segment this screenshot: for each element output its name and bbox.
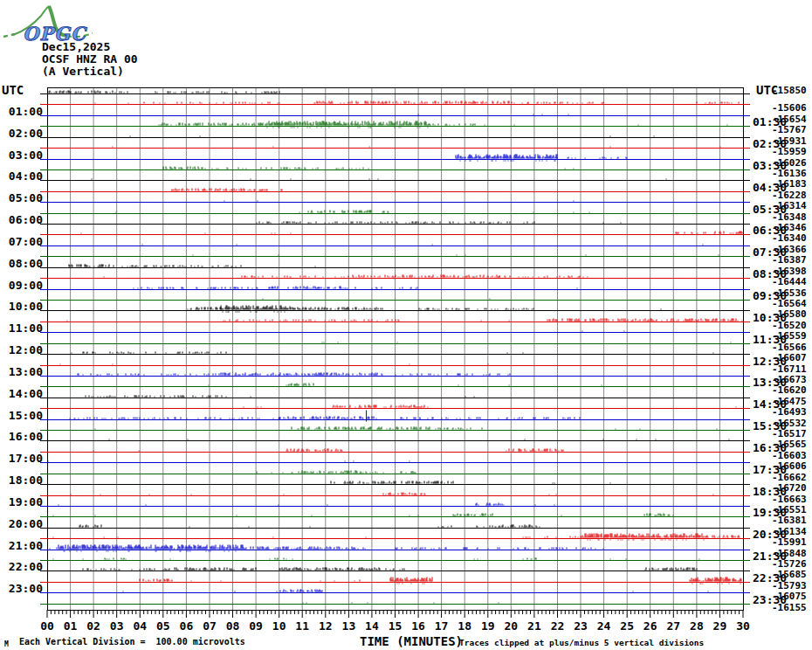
trace-mean-value: -15767	[772, 125, 807, 135]
trace-mean-value: -15606	[772, 103, 807, 114]
x-tick-label: 26	[639, 620, 662, 632]
x-tick-label: 16	[407, 620, 430, 632]
left-time-label: 04:00	[0, 170, 43, 182]
x-tick-label: 13	[337, 620, 360, 632]
left-time-label: 19:00	[0, 496, 43, 508]
left-time-label: 23:00	[0, 583, 43, 594]
left-time-label: 20:00	[0, 518, 43, 529]
x-tick-label: 03	[106, 620, 128, 632]
x-tick-label: 05	[152, 620, 175, 632]
x-tick-label: 08	[222, 620, 244, 632]
left-time-label: 17:00	[0, 453, 43, 464]
x-tick-label: 11	[291, 620, 313, 632]
footer-clip-note: Traces clipped at plus/minus 5 vertical …	[459, 638, 704, 647]
x-tick-label: 30	[732, 620, 754, 632]
x-tick-label: 17	[430, 620, 453, 632]
trace-mean-value: -16381	[772, 515, 807, 526]
left-time-label: 10:00	[0, 301, 43, 312]
trace-mean-value: -16620	[772, 385, 807, 396]
x-tick-label: 06	[175, 620, 197, 632]
left-time-label: 21:00	[0, 540, 43, 551]
x-tick-label: 15	[384, 620, 407, 632]
x-tick-label: 23	[569, 620, 592, 632]
left-time-label: 13:00	[0, 366, 43, 377]
left-time-label: 07:00	[0, 236, 43, 247]
footer-scale-note: Each Vertical Division = 100.00 microvol…	[19, 637, 245, 647]
helicorder-page: OPGC Dec15,2025 OCSF HNZ RA 00 (A Vertic…	[0, 0, 812, 650]
x-tick-label: 12	[314, 620, 337, 632]
x-tick-label: 21	[523, 620, 546, 632]
x-tick-label: 10	[268, 620, 291, 632]
left-time-label: 12:00	[0, 344, 43, 356]
left-time-label: 16:00	[0, 431, 43, 442]
trace-mean-value: -15991	[772, 537, 807, 548]
trace-mean-value: -16387	[772, 255, 807, 266]
trace-mean-value: -15850	[772, 86, 807, 96]
x-tick-label: 22	[547, 620, 569, 632]
left-time-label: 08:00	[0, 258, 43, 269]
left-time-label: 01:00	[0, 106, 43, 117]
helicorder-plot	[0, 0, 812, 650]
x-tick-label: 19	[477, 620, 499, 632]
left-time-label: 11:00	[0, 322, 43, 334]
trace-mean-value: -16155	[772, 603, 807, 613]
left-time-label: 15:00	[0, 410, 43, 421]
x-tick-label: 14	[361, 620, 383, 632]
left-time-label: 03:00	[0, 149, 43, 161]
x-tick-label: 20	[499, 620, 522, 632]
x-tick-label: 04	[128, 620, 151, 632]
left-time-label: 05:00	[0, 192, 43, 204]
x-tick-label: 25	[616, 620, 638, 632]
left-time-label: 22:00	[0, 561, 43, 572]
trace-mean-value: -16493	[772, 407, 807, 418]
x-tick-label: 18	[453, 620, 476, 632]
left-time-label: 14:00	[0, 388, 43, 399]
x-tick-label: 29	[708, 620, 731, 632]
left-time-label: 18:00	[0, 474, 43, 486]
x-tick-label: 24	[593, 620, 616, 632]
footer-corner-mark: M	[4, 640, 9, 648]
left-time-label: 06:00	[0, 214, 43, 225]
trace-mean-value: -15959	[772, 147, 807, 157]
x-axis-title: TIME (MINUTES)	[360, 634, 463, 648]
trace-mean-value: -16444	[772, 277, 807, 287]
x-tick-label: 28	[685, 620, 708, 632]
trace-mean-value: -16340	[772, 233, 807, 244]
left-time-label: 02:00	[0, 128, 43, 139]
x-tick-label: 01	[59, 620, 82, 632]
x-tick-label: 07	[198, 620, 221, 632]
x-tick-label: 02	[82, 620, 105, 632]
x-tick-label: 00	[36, 620, 58, 632]
x-tick-label: 09	[244, 620, 267, 632]
left-time-label: 09:00	[0, 280, 43, 291]
x-tick-label: 27	[662, 620, 685, 632]
